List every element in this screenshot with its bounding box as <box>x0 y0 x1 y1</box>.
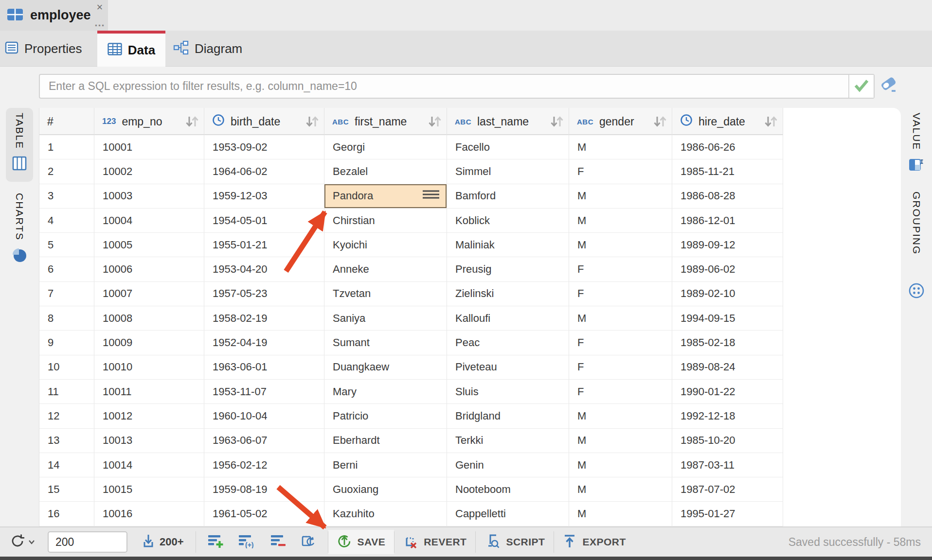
cell-emp_no[interactable]: 10008 <box>94 306 204 330</box>
cell-birth_date[interactable]: 1955-01-21 <box>204 233 324 257</box>
cell-last_name[interactable]: Terkki <box>447 429 569 453</box>
cell-emp_no[interactable]: 10001 <box>94 135 204 159</box>
cell-emp_no[interactable]: 10014 <box>94 453 204 477</box>
cell-birth_date[interactable]: 1952-04-19 <box>204 331 324 354</box>
cell-birth_date[interactable]: 1953-04-20 <box>204 257 324 281</box>
fetch-next-page-button[interactable]: 200+ <box>141 534 184 550</box>
cell-first_name[interactable]: Saniya <box>324 306 447 330</box>
cell-birth_date[interactable]: 1964-06-02 <box>204 159 324 183</box>
cell-row_number[interactable]: 11 <box>39 380 94 403</box>
column-header-emp_no[interactable]: 123emp_no <box>94 108 204 135</box>
cell-last_name[interactable]: Sluis <box>447 380 569 403</box>
cell-last_name[interactable]: Zielinski <box>447 282 569 306</box>
cell-birth_date[interactable]: 1956-02-12 <box>204 453 324 477</box>
cell-row_number[interactable]: 3 <box>39 184 94 208</box>
cell-first_name[interactable]: Sumant <box>324 331 447 354</box>
tab-overflow-menu-icon[interactable]: … <box>92 17 107 28</box>
cell-emp_no[interactable]: 10010 <box>94 355 204 379</box>
tab-data[interactable]: Data <box>97 31 165 67</box>
cell-birth_date[interactable]: 1960-10-04 <box>204 404 324 428</box>
cell-hire_date[interactable]: 1989-09-12 <box>672 233 783 257</box>
rail-tab-grouping[interactable]: GROUPING <box>904 192 929 301</box>
cell-row_number[interactable]: 16 <box>39 502 94 525</box>
cell-hire_date[interactable]: 1985-10-20 <box>672 429 783 453</box>
cell-birth_date[interactable]: 1959-08-19 <box>204 477 324 501</box>
close-icon[interactable]: × <box>93 1 106 14</box>
cell-last_name[interactable]: Koblick <box>447 209 569 232</box>
cell-gender[interactable]: F <box>569 380 672 403</box>
cell-gender[interactable]: M <box>569 209 672 232</box>
cell-last_name[interactable]: Bamford <box>447 184 569 208</box>
cell-emp_no[interactable]: 10005 <box>94 233 204 257</box>
cell-gender[interactable]: M <box>569 429 672 453</box>
cell-hire_date[interactable]: 1994-09-15 <box>672 306 783 330</box>
column-header-hire_date[interactable]: hire_date <box>672 108 783 135</box>
cell-first_name[interactable]: Anneke <box>324 257 447 281</box>
cell-first_name[interactable]: Chirstian <box>324 209 447 232</box>
cell-gender[interactable]: M <box>569 233 672 257</box>
cell-row_number[interactable]: 5 <box>39 233 94 257</box>
cell-hire_date[interactable]: 1992-12-18 <box>672 404 783 428</box>
cell-last_name[interactable]: Facello <box>447 135 569 159</box>
cell-row_number[interactable]: 8 <box>39 306 94 330</box>
cell-gender[interactable]: M <box>569 502 672 525</box>
cell-row_number[interactable]: 2 <box>39 159 94 183</box>
refresh-button[interactable] <box>10 533 35 551</box>
cell-hire_date[interactable]: 1985-11-21 <box>672 159 783 183</box>
cell-last_name[interactable]: Simmel <box>447 159 569 183</box>
cell-emp_no[interactable]: 10002 <box>94 159 204 183</box>
cell-last_name[interactable]: Maliniak <box>447 233 569 257</box>
script-button[interactable]: SCRIPT <box>476 530 554 554</box>
cell-row_number[interactable]: 14 <box>39 453 94 477</box>
cell-row_number[interactable]: 6 <box>39 257 94 281</box>
column-header-first_name[interactable]: ABCfirst_name <box>324 108 447 135</box>
cell-menu-icon[interactable] <box>422 189 440 203</box>
cell-last_name[interactable]: Preusig <box>447 257 569 281</box>
cell-emp_no[interactable]: 10011 <box>94 380 204 403</box>
cell-row_number[interactable]: 1 <box>39 135 94 159</box>
cell-first_name[interactable]: Georgi <box>324 135 447 159</box>
cell-last_name[interactable]: Piveteau <box>447 355 569 379</box>
cell-last_name[interactable]: Nooteboom <box>447 477 569 501</box>
column-header-gender[interactable]: ABCgender <box>569 108 672 135</box>
cell-gender[interactable]: F <box>569 331 672 354</box>
cell-gender[interactable]: F <box>569 282 672 306</box>
cell-emp_no[interactable]: 10007 <box>94 282 204 306</box>
cell-birth_date[interactable]: 1961-05-02 <box>204 502 324 525</box>
cell-last_name[interactable]: Genin <box>447 453 569 477</box>
rail-tab-table[interactable]: TABLE <box>6 108 33 182</box>
cell-emp_no[interactable]: 10016 <box>94 502 204 525</box>
cell-hire_date[interactable]: 1987-07-02 <box>672 477 783 501</box>
copy-row-button[interactable]: (+) <box>238 534 256 550</box>
cell-first_name[interactable]: Bezalel <box>324 159 447 183</box>
cell-hire_date[interactable]: 1985-02-18 <box>672 331 783 354</box>
cell-row_number[interactable]: 4 <box>39 209 94 232</box>
cell-emp_no[interactable]: 10012 <box>94 404 204 428</box>
cell-last_name[interactable]: Cappelletti <box>447 502 569 525</box>
export-button[interactable]: EXPORT <box>554 530 634 554</box>
tab-properties[interactable]: Properties <box>5 31 82 67</box>
cell-emp_no[interactable]: 10013 <box>94 429 204 453</box>
cell-last_name[interactable]: Bridgland <box>447 404 569 428</box>
cell-first_name[interactable]: Kyoichi <box>324 233 447 257</box>
cell-hire_date[interactable]: 1989-06-02 <box>672 257 783 281</box>
cell-first_name[interactable]: Mary <box>324 380 447 403</box>
cell-gender[interactable]: M <box>569 306 672 330</box>
cell-gender[interactable]: F <box>569 355 672 379</box>
cell-hire_date[interactable]: 1989-08-24 <box>672 355 783 379</box>
cell-first_name[interactable]: Kazuhito <box>324 502 447 525</box>
rail-tab-value[interactable]: VALUE <box>904 113 929 175</box>
cell-last_name[interactable]: Peac <box>447 331 569 354</box>
cell-hire_date[interactable]: 1990-01-22 <box>672 380 783 403</box>
save-button[interactable]: SAVE <box>328 530 394 554</box>
cell-gender[interactable]: M <box>569 404 672 428</box>
refresh-row-button[interactable] <box>301 534 315 550</box>
cell-hire_date[interactable]: 1995-01-27 <box>672 502 783 525</box>
cell-emp_no[interactable]: 10006 <box>94 257 204 281</box>
sql-filter-input[interactable] <box>40 75 848 98</box>
row-count-input[interactable] <box>48 531 127 553</box>
cell-emp_no[interactable]: 10009 <box>94 331 204 354</box>
cell-row_number[interactable]: 12 <box>39 404 94 428</box>
revert-button[interactable]: REVERT <box>394 530 475 554</box>
cell-emp_no[interactable]: 10004 <box>94 209 204 232</box>
